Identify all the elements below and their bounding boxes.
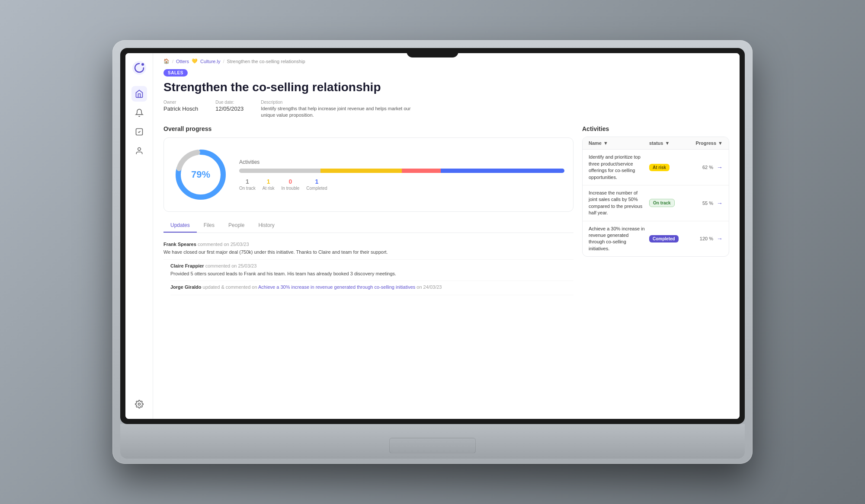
th-progress[interactable]: Progress ▼: [688, 140, 723, 146]
meta-description: Description Identify strengths that help…: [261, 100, 425, 119]
sales-tag: SALES: [163, 69, 188, 77]
bar-stats: 1 On track 1 At risk 0 I: [239, 178, 564, 191]
two-col-layout: Overall progress: [153, 125, 740, 295]
camera-notch: [407, 48, 458, 57]
tab-history[interactable]: History: [251, 219, 281, 233]
th-name[interactable]: Name ▼: [589, 140, 649, 146]
update-2: Claire Frappier commented on 25/03/23 Pr…: [170, 260, 573, 281]
tab-people[interactable]: People: [221, 219, 251, 233]
row1-status-badge: At risk: [649, 164, 670, 171]
description-value: Identify strengths that help increase jo…: [261, 105, 425, 119]
owner-value: Patrick Hosch: [163, 105, 198, 112]
breadcrumb-sep-2: /: [223, 59, 224, 64]
app-logo[interactable]: [131, 60, 147, 76]
sidebar-item-notifications[interactable]: [131, 105, 147, 121]
sidebar-item-settings[interactable]: [131, 396, 147, 412]
update-1: Frank Speares commented on 25/03/23 We h…: [163, 238, 573, 260]
update-2-author: Claire Frappier commented on 25/03/23: [170, 263, 573, 268]
update-1-author: Frank Speares commented on 25/03/23: [163, 242, 573, 247]
row2-status: On track: [649, 199, 688, 207]
sidebar-item-profile[interactable]: [131, 143, 147, 159]
row3-status-badge: Completed: [649, 235, 679, 242]
stat-completed: 1 Completed: [306, 178, 327, 191]
sidebar-item-home[interactable]: [131, 86, 147, 102]
heart-icon: 💛: [192, 58, 198, 64]
breadcrumb-culture[interactable]: Culture.ly: [200, 59, 220, 64]
svg-point-3: [138, 148, 141, 151]
screen-bezel: 🏠 / Otters 💛 Culture.ly / Strengthen the…: [120, 48, 745, 424]
activities-stats: Activities 1 O: [239, 159, 564, 191]
row3-status: Completed: [649, 235, 688, 242]
trackpad[interactable]: [389, 438, 476, 453]
sidebar-item-tasks[interactable]: [131, 124, 147, 140]
row3-name: Achieve a 30% increase in revenue genera…: [589, 226, 649, 252]
meta-owner: Owner Patrick Hosch: [163, 100, 198, 112]
activities-bar: [239, 169, 564, 173]
progress-percentage: 79%: [191, 169, 210, 180]
progress-card: 79% Activities: [163, 137, 573, 212]
activities-label: Activities: [239, 159, 564, 165]
bar-completed: [441, 169, 564, 173]
stat-in-trouble: 0 In trouble: [282, 178, 300, 191]
table-row-1: Identify and prioritize top three produc…: [583, 150, 729, 185]
stat-at-risk: 1 At risk: [263, 178, 275, 191]
row3-progress: 120 % →: [688, 235, 723, 242]
home-icon: 🏠: [163, 58, 170, 64]
stat-on-track: 1 On track: [239, 178, 256, 191]
description-label: Description: [261, 100, 425, 105]
bar-on-track: [239, 169, 320, 173]
due-label: Due date:: [215, 100, 243, 105]
row2-progress: 55 % →: [688, 200, 723, 207]
main-content: 🏠 / Otters 💛 Culture.ly / Strengthen the…: [153, 53, 740, 419]
svg-point-1: [141, 63, 144, 66]
screen-content: 🏠 / Otters 💛 Culture.ly / Strengthen the…: [125, 53, 740, 419]
breadcrumb-current: Strengthen the co-selling relationship: [227, 59, 305, 64]
breadcrumb-otters[interactable]: Otters: [176, 59, 189, 64]
row2-status-badge: On track: [649, 199, 675, 207]
th-status[interactable]: status ▼: [649, 140, 688, 146]
svg-point-4: [138, 403, 140, 405]
content-tabs: Updates Files People History: [163, 219, 573, 233]
right-column: Activities Name ▼ status ▼: [582, 125, 729, 295]
row1-name: Identify and prioritize top three produc…: [589, 154, 649, 181]
row1-progress: 62 % →: [688, 164, 723, 171]
row2-name: Increase the number of joint sales calls…: [589, 190, 649, 217]
sidebar: [125, 53, 153, 419]
activities-title: Activities: [582, 125, 729, 132]
update-3: Jorge Giraldo updated & commented on Ach…: [170, 281, 573, 295]
tab-files[interactable]: Files: [197, 219, 221, 233]
row2-arrow-icon[interactable]: →: [717, 200, 723, 207]
left-column: Overall progress: [163, 125, 573, 295]
row1-arrow-icon[interactable]: →: [717, 164, 723, 171]
laptop-base: [120, 424, 745, 459]
bar-in-trouble: [402, 169, 441, 173]
tab-updates[interactable]: Updates: [163, 219, 197, 233]
table-row-2: Increase the number of joint sales calls…: [583, 185, 729, 221]
laptop-shell: 🏠 / Otters 💛 Culture.ly / Strengthen the…: [112, 40, 753, 464]
table-row-3: Achieve a 30% increase in revenue genera…: [583, 221, 729, 257]
row1-status: At risk: [649, 164, 688, 171]
row3-arrow-icon[interactable]: →: [717, 235, 723, 242]
update-3-author: Jorge Giraldo updated & commented on Ach…: [170, 284, 573, 290]
due-value: 12/05/2023: [215, 105, 243, 112]
sort-name-icon: ▼: [603, 140, 608, 146]
owner-label: Owner: [163, 100, 198, 105]
meta-row: Owner Patrick Hosch Due date: 12/05/2023…: [153, 100, 740, 126]
update-1-text: We have closed our first major deal (750…: [163, 249, 573, 256]
table-header: Name ▼ status ▼ Progress ▼: [583, 137, 729, 150]
progress-section-title: Overall progress: [163, 125, 573, 132]
update-2-text: Provided 5 otters sourced leads to Frank…: [170, 270, 573, 278]
activities-table: Name ▼ status ▼ Progress ▼: [582, 137, 729, 257]
donut-chart: 79%: [173, 147, 229, 203]
bar-at-risk: [320, 169, 402, 173]
meta-due: Due date: 12/05/2023: [215, 100, 243, 112]
sort-status-icon: ▼: [665, 140, 670, 146]
sort-progress-icon: ▼: [718, 140, 723, 146]
updates-list: Frank Speares commented on 25/03/23 We h…: [163, 238, 573, 295]
breadcrumb-sep-1: /: [172, 59, 173, 64]
page-title: Strengthen the co-selling relationship: [153, 78, 740, 100]
